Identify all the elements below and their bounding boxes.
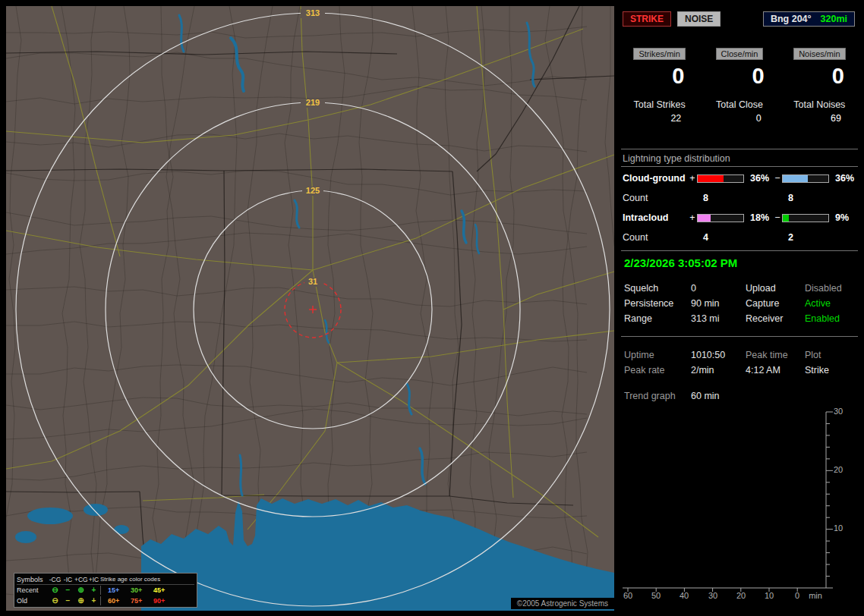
neg-cg-icon: ⊖: [49, 586, 61, 594]
divider: [621, 250, 858, 251]
pos-cg-icon: ⊕: [74, 586, 87, 594]
noises-per-min-header: Noises/min: [793, 48, 845, 60]
plus-sign: +: [688, 212, 697, 223]
range-value: 313 mi: [691, 313, 746, 325]
legend-old-row: Old ⊖ − ⊕ + 60+ 75+ 90+: [17, 596, 194, 606]
close-per-min-value: 0: [699, 64, 779, 89]
strike-mode-button[interactable]: STRIKE: [623, 11, 671, 27]
cg-negative-count: 8: [782, 193, 831, 203]
cg-positive-gauge-fill: [698, 175, 724, 182]
legend-header-row: Symbols -CG -IC +CG +IC Strike age color…: [17, 574, 194, 585]
peak-rate-label: Peak rate: [624, 364, 691, 376]
x-tick-20: 20: [732, 591, 750, 600]
rate-header-row: Strikes/min Close/min Noises/min: [620, 48, 859, 60]
persistence-value: 90 min: [691, 297, 746, 310]
x-tick-40: 40: [675, 591, 693, 600]
trend-chart-axes: [621, 408, 858, 608]
total-noises-label: Total Noises: [780, 99, 859, 110]
trend-graph-label: Trend graph: [624, 390, 691, 402]
cg-negative-gauge-fill: [783, 175, 808, 182]
strikes-per-min-header: Strikes/min: [633, 48, 685, 60]
distribution-title: Lightning type distribution: [623, 153, 730, 164]
legend-recent-row: Recent ⊖ − ⊕ + 15+ 30+ 45+: [17, 585, 194, 596]
legend-age-header: Strike age color codes: [100, 576, 176, 583]
ring-label-125: 125: [306, 186, 320, 195]
total-close-value: 0: [699, 113, 779, 124]
upload-label: Upload: [746, 282, 805, 294]
legend-col-neg-cg: -CG: [49, 576, 61, 583]
receiver-status: Enabled: [805, 313, 858, 325]
total-close-label: Total Close: [699, 99, 779, 110]
legend-recent-label: Recent: [17, 586, 49, 594]
upload-status: Disabled: [805, 282, 858, 294]
noises-per-min-value: 0: [780, 64, 859, 89]
ic-negative-gauge-fill: [783, 215, 789, 222]
cg-negative-percent: 36%: [831, 173, 858, 184]
legend-col-pos-cg: +CG: [74, 576, 87, 583]
capture-status: Active: [805, 297, 858, 310]
x-tick-60: 60: [619, 591, 637, 600]
strike-symbol-legend: Symbols -CG -IC +CG +IC Strike age color…: [14, 573, 197, 608]
ic-positive-percent: 18%: [746, 212, 773, 223]
ring-label-219: 219: [306, 98, 320, 107]
neg-cg-icon: ⊖: [49, 597, 61, 605]
divider: [621, 166, 858, 167]
count-label: Count: [623, 193, 688, 203]
lightning-distribution: Cloud-ground + 36% − 36% Count 8 8 Intra…: [623, 168, 858, 247]
age-code-15: 15+: [108, 586, 131, 594]
neg-ic-icon: −: [61, 586, 74, 594]
total-strikes-value: 22: [620, 113, 699, 124]
ic-positive-gauge: [697, 214, 744, 222]
age-code-90: 90+: [153, 597, 176, 605]
capture-label: Capture: [746, 297, 805, 310]
squelch-value: 0: [691, 282, 746, 294]
uptime-value: 1010:50: [691, 349, 746, 361]
y-tick-10: 10: [834, 523, 843, 533]
cg-positive-gauge: [697, 174, 744, 183]
peak-rate-value: 2/min: [691, 364, 746, 376]
x-axis-unit: min: [806, 591, 825, 600]
legend-old-label: Old: [17, 597, 49, 605]
legend-separator: [100, 586, 108, 595]
minus-sign: −: [773, 212, 782, 223]
ic-negative-count: 2: [782, 232, 831, 243]
strikes-per-min-value: 0: [620, 64, 699, 89]
minus-sign: −: [773, 173, 782, 184]
range-label: Range: [624, 313, 691, 325]
total-noises-value: 69: [780, 113, 859, 124]
age-code-30: 30+: [131, 586, 153, 594]
mode-toolbar: STRIKE NOISE Bng 204° 320mi: [623, 11, 855, 27]
close-per-min-header: Close/min: [716, 48, 764, 60]
bearing-range-display: Bng 204° 320mi: [763, 11, 855, 27]
noise-mode-button[interactable]: NOISE: [677, 11, 721, 27]
copyright-notice: ©2005 Astrogenic Systems: [511, 598, 614, 609]
divider: [621, 149, 858, 149]
current-datetime: 2/23/2026 3:05:02 PM: [624, 256, 737, 269]
x-tick-10: 10: [760, 591, 778, 600]
totals-label-row: Total Strikes Total Close Total Noises: [620, 99, 859, 110]
cg-positive-percent: 36%: [746, 173, 773, 184]
y-tick-30: 30: [834, 407, 843, 416]
trend-graph-window: 60 min: [691, 390, 746, 402]
plot-label: Plot: [805, 349, 858, 361]
map-canvas[interactable]: 313 219 125 31 Symbols -CG -IC +CG +IC S…: [6, 6, 614, 611]
cloud-ground-label: Cloud-ground: [623, 173, 688, 184]
pos-ic-icon: +: [87, 597, 100, 605]
divider: [621, 336, 858, 337]
side-panel: STRIKE NOISE Bng 204° 320mi Strikes/min …: [620, 6, 859, 611]
age-code-60: 60+: [108, 597, 131, 605]
x-tick-30: 30: [704, 591, 722, 600]
x-tick-50: 50: [647, 591, 665, 600]
bearing-distance-value: 320mi: [821, 14, 847, 24]
receiver-status-table: Squelch 0 Upload Disabled Persistence 90…: [624, 282, 858, 325]
squelch-label: Squelch: [624, 282, 691, 294]
legend-separator: [100, 596, 108, 605]
neg-ic-icon: −: [61, 597, 74, 605]
receiver-label: Receiver: [746, 313, 805, 325]
ic-negative-gauge: [782, 214, 829, 222]
legend-col-neg-ic: -IC: [61, 576, 74, 583]
spacer: [805, 390, 858, 402]
peak-time-value: 4:12 AM: [746, 364, 805, 376]
age-code-75: 75+: [131, 597, 153, 605]
map-svg: 313 219 125 31: [6, 6, 614, 611]
